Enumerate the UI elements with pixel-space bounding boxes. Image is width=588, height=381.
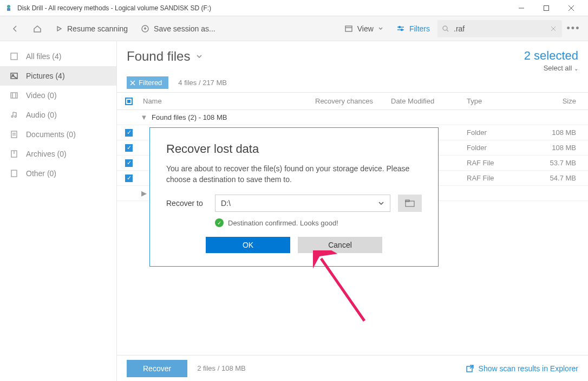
svg-rect-30	[11, 170, 17, 177]
caret-down-icon[interactable]: ▼	[139, 113, 149, 121]
svg-point-0	[7, 5, 10, 8]
documents-icon	[10, 130, 18, 139]
cancel-button[interactable]: Cancel	[298, 237, 382, 253]
table-header: Name Recovery chances Date Modified Type…	[117, 92, 588, 110]
bottom-bar: Recover 2 files / 108 MB Show scan resul…	[117, 355, 588, 381]
filters-label: Filters	[409, 24, 430, 33]
column-name[interactable]: Name	[139, 97, 315, 105]
sidebar-item-pictures[interactable]: Pictures (4)	[0, 66, 116, 86]
selected-count: 2 selected	[524, 49, 578, 63]
svg-point-12	[401, 29, 402, 30]
view-label: View	[357, 24, 374, 33]
archives-icon	[10, 150, 18, 158]
sidebar-item-video[interactable]: Video (0)	[0, 86, 116, 105]
recover-to-label: Recover to	[166, 199, 207, 208]
found-files-title[interactable]: Found files	[127, 49, 203, 64]
select-all-link[interactable]: Select all ⌄	[524, 64, 578, 72]
destination-select[interactable]: D:\	[215, 195, 390, 212]
sidebar-item-archives[interactable]: Archives (0)	[0, 144, 116, 164]
row-checkbox[interactable]	[125, 159, 133, 167]
sidebar-item-label: Audio (0)	[26, 111, 57, 119]
svg-rect-25	[11, 131, 17, 138]
svg-point-11	[398, 26, 400, 28]
audio-icon	[10, 111, 18, 119]
files-icon	[10, 52, 18, 61]
sidebar-item-label: Video (0)	[26, 91, 57, 100]
minimize-button[interactable]	[509, 0, 534, 16]
dialog-text: You are about to recover the file(s) fou…	[166, 164, 422, 185]
row-checkbox[interactable]	[125, 175, 133, 182]
external-link-icon	[466, 364, 474, 373]
save-session-label: Save session as...	[154, 24, 215, 33]
close-icon[interactable]	[130, 80, 135, 86]
svg-point-23	[11, 116, 13, 118]
sidebar-item-label: Pictures (4)	[26, 72, 65, 80]
svg-rect-17	[11, 53, 17, 60]
filters-button[interactable]: Filters	[391, 21, 435, 36]
search-input[interactable]	[454, 24, 546, 33]
caret-right-icon[interactable]: ▶	[139, 189, 149, 197]
dialog-title: Recover lost data	[166, 142, 422, 156]
sidebar-item-audio[interactable]: Audio (0)	[0, 105, 116, 125]
svg-rect-1	[7, 8, 10, 11]
column-date[interactable]: Date Modified	[391, 97, 467, 105]
sidebar-item-all-files[interactable]: All files (4)	[0, 47, 116, 66]
maximize-button[interactable]	[534, 0, 559, 16]
column-recovery[interactable]: Recovery chances	[315, 97, 391, 105]
recover-button[interactable]: Recover	[127, 360, 187, 377]
toolbar: Resume scanning Save session as... View …	[0, 16, 588, 41]
table-group-row[interactable]: ▼ Found files (2) - 108 MB	[117, 110, 588, 125]
resume-scanning-button[interactable]: Resume scanning	[50, 21, 133, 36]
row-checkbox[interactable]	[125, 144, 133, 152]
sidebar-item-label: Archives (0)	[26, 150, 67, 158]
select-all-checkbox[interactable]	[125, 98, 133, 105]
sidebar-item-other[interactable]: Other (0)	[0, 164, 116, 183]
check-icon: ✓	[215, 218, 224, 227]
sidebar: All files (4) Pictures (4) Video (0) Aud…	[0, 41, 117, 381]
resume-label: Resume scanning	[67, 24, 128, 33]
show-in-explorer-link[interactable]: Show scan results in Explorer	[466, 364, 578, 373]
svg-point-13	[443, 26, 447, 30]
video-icon	[10, 91, 18, 100]
browse-button[interactable]	[398, 195, 422, 212]
pictures-icon	[10, 72, 18, 80]
other-icon	[10, 169, 18, 178]
svg-point-24	[15, 116, 16, 118]
close-button[interactable]	[559, 0, 584, 16]
recover-dialog: Recover lost data You are about to recov…	[149, 127, 439, 267]
svg-rect-7	[345, 26, 352, 31]
app-icon	[4, 4, 13, 12]
filter-info: 4 files / 217 MB	[178, 79, 227, 87]
save-session-button[interactable]: Save session as...	[135, 21, 221, 36]
back-button[interactable]	[5, 21, 25, 36]
sidebar-item-label: Other (0)	[26, 169, 56, 178]
column-type[interactable]: Type	[467, 97, 532, 105]
titlebar: Disk Drill - All recovery methods - Logi…	[0, 0, 588, 16]
destination-confirmation: ✓ Destination confirmed. Looks good!	[215, 218, 422, 227]
clear-search-icon[interactable]	[550, 25, 557, 32]
search-box[interactable]	[437, 20, 562, 37]
view-dropdown[interactable]: View	[339, 21, 389, 36]
row-checkbox[interactable]	[125, 129, 133, 137]
svg-rect-20	[11, 93, 17, 98]
svg-line-14	[447, 30, 448, 31]
svg-rect-3	[544, 5, 549, 10]
sidebar-item-label: Documents (0)	[26, 130, 76, 139]
chevron-down-icon	[195, 53, 203, 60]
home-button[interactable]	[27, 21, 48, 37]
column-size[interactable]: Size	[532, 97, 586, 105]
sidebar-item-documents[interactable]: Documents (0)	[0, 125, 116, 144]
folder-icon	[405, 199, 415, 207]
search-icon	[442, 25, 449, 33]
more-menu-button[interactable]: •••	[564, 23, 583, 34]
window-title: Disk Drill - All recovery methods - Logi…	[17, 4, 509, 12]
chevron-down-icon	[378, 200, 384, 206]
filter-chip[interactable]: Filtered	[127, 76, 168, 89]
sidebar-item-label: All files (4)	[26, 52, 61, 61]
ok-button[interactable]: OK	[206, 237, 290, 253]
recover-info: 2 files / 108 MB	[197, 364, 246, 372]
